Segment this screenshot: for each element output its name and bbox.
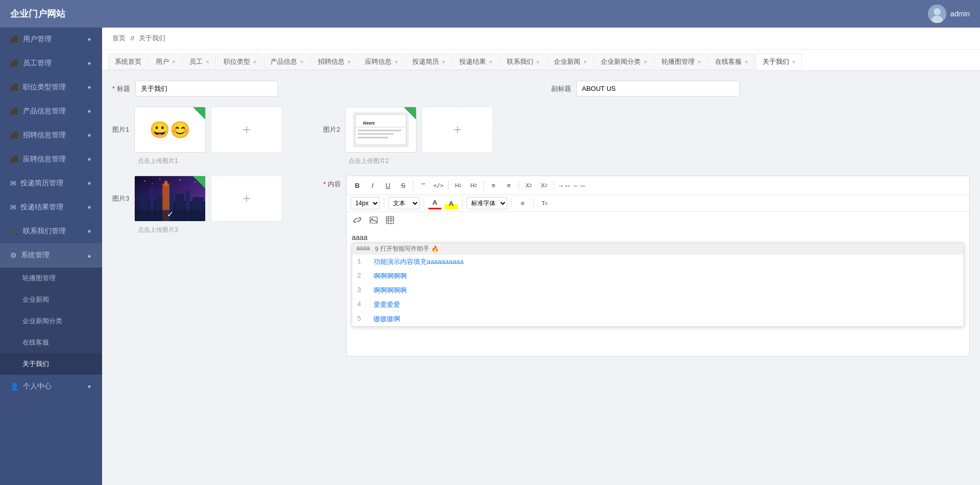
close-employee-tab[interactable]: × — [206, 59, 209, 65]
toolbar-font-family[interactable]: 标准字体 宋体 微软雅黑 — [467, 197, 507, 209]
toolbar-h1[interactable]: H1 — [452, 179, 465, 191]
toolbar-clear-format[interactable]: Tx — [538, 197, 551, 209]
submenu-carousel[interactable]: 轮播图管理 — [0, 268, 102, 289]
close-product-tab[interactable]: × — [300, 59, 303, 65]
tab-employee[interactable]: 员工 × — [183, 54, 215, 70]
autocomplete-item-1[interactable]: 1 功能演示内容填充aaaaaaaaaa — [352, 255, 964, 269]
sidebar-item-employee-management[interactable]: ⬛ 员工管理 ▼ — [0, 52, 102, 76]
tab-online-service[interactable]: 在线客服 × — [708, 54, 754, 70]
tab-position-type[interactable]: 职位类型 × — [217, 54, 263, 70]
toolbar-underline[interactable]: U — [381, 179, 395, 191]
tab-apply[interactable]: 应聘信息 × — [358, 54, 404, 70]
tab-contact[interactable]: 联系我们 × — [500, 54, 546, 70]
toolbar-align[interactable]: ≡ — [516, 197, 529, 209]
toolbar-image-insert[interactable] — [367, 214, 380, 226]
tab-carousel[interactable]: 轮播图管理 × — [655, 54, 707, 70]
toolbar-h2[interactable]: H2 — [467, 179, 480, 191]
tab-about-us[interactable]: 关于我们 × — [756, 54, 802, 70]
sidebar-label-system-mgmt: 系统管理 — [21, 251, 50, 260]
tab-user[interactable]: 用户 × — [149, 54, 182, 70]
tab-news-category[interactable]: 企业新闻分类 × — [594, 54, 653, 70]
close-about-tab[interactable]: × — [792, 59, 795, 65]
close-user-tab[interactable]: × — [172, 59, 175, 65]
toolbar-font-color[interactable]: A — [428, 197, 442, 209]
personal-icon: 👤 — [10, 382, 19, 391]
toolbar-bold[interactable]: B — [351, 179, 364, 191]
toolbar-indent[interactable]: →↔ — [557, 179, 571, 191]
sidebar-item-user-management[interactable]: ⬛ 用户管理 ▼ — [0, 28, 102, 52]
svg-point-22 — [144, 181, 145, 182]
sidebar-label-personal: 个人中心 — [23, 382, 52, 391]
image3-upload-btn[interactable]: + — [211, 176, 282, 222]
image2-preview[interactable]: News — [345, 107, 416, 153]
title-group: 标题 — [112, 81, 531, 96]
toolbar-subscript[interactable]: X2 — [522, 179, 535, 191]
submenu-company-news[interactable]: 企业新闻 — [0, 289, 102, 310]
toolbar-link[interactable] — [351, 214, 364, 226]
close-carousel-tab[interactable]: × — [698, 59, 701, 65]
toolbar-blockquote[interactable]: “” — [416, 179, 430, 191]
svg-rect-7 — [358, 130, 401, 131]
toolbar-ordered-list[interactable]: ≡ — [487, 179, 500, 191]
tab-delivery-result[interactable]: 投递结果 × — [453, 54, 499, 70]
autocomplete-item-3[interactable]: 3 啊啊啊啊啊 — [352, 283, 964, 298]
autocomplete-item-2[interactable]: 2 啊啊啊啊啊 — [352, 269, 964, 283]
form-area: 标题 副标题 图片1 😀😊 — [102, 70, 980, 377]
subtitle-input[interactable] — [576, 81, 740, 96]
image1-preview[interactable]: 😀😊 — [134, 107, 206, 153]
tab-resume[interactable]: 投递简历 × — [406, 54, 452, 70]
close-delivery-tab[interactable]: × — [489, 59, 492, 65]
toolbar-italic[interactable]: I — [366, 179, 379, 191]
autocomplete-item-4[interactable]: 4 爱爱爱爱 — [352, 298, 964, 312]
sidebar-item-personal-center[interactable]: 👤 个人中心 ▼ — [0, 375, 102, 399]
toolbar-code[interactable]: </> — [432, 179, 445, 191]
editor-content-area[interactable]: aaaa — [352, 233, 964, 241]
title-input[interactable] — [135, 81, 278, 96]
toolbar-strikethrough[interactable]: S — [397, 179, 410, 191]
submenu-news-category[interactable]: 企业新闻分类 — [0, 310, 102, 332]
sidebar-item-contact-management[interactable]: 📞 联系我们管理 ▼ — [0, 220, 102, 244]
tab-home[interactable]: 系统首页 — [108, 54, 148, 70]
toolbar-table[interactable] — [383, 214, 397, 226]
close-position-tab[interactable]: × — [253, 59, 256, 65]
user-mgmt-icon: ⬛ — [10, 35, 19, 43]
system-mgmt-icon: ⚙ — [10, 251, 17, 259]
toolbar-superscript[interactable]: X2 — [537, 179, 551, 191]
autocomplete-item-5[interactable]: 5 嗷嗷嗷啊 — [352, 312, 964, 326]
ai-number: 9 — [375, 246, 379, 253]
close-recruit-tab[interactable]: × — [348, 59, 351, 65]
close-contact-tab[interactable]: × — [536, 59, 540, 65]
product-mgmt-icon: ⬛ — [10, 107, 19, 115]
close-news-cat-tab[interactable]: × — [644, 59, 647, 65]
image2-upload-btn[interactable]: + — [422, 107, 493, 153]
image1-upload-btn[interactable]: + — [211, 107, 282, 153]
sidebar-item-recruit-management[interactable]: ⬛ 招聘信息管理 ▼ — [0, 124, 102, 148]
sidebar-label-product-mgmt: 产品信息管理 — [23, 107, 66, 116]
breadcrumb-home[interactable]: 首页 — [112, 34, 126, 42]
image3-preview[interactable]: ✓ — [134, 176, 206, 222]
autocomplete-text-2: 啊啊啊啊啊 — [374, 272, 407, 281]
close-service-tab[interactable]: × — [745, 59, 748, 65]
tab-recruit[interactable]: 招聘信息 × — [311, 54, 357, 70]
toolbar-text-type[interactable]: 文本 标题1 标题2 — [388, 197, 420, 209]
title-subtitle-row: 标题 副标题 — [112, 81, 970, 96]
ai-writing-badge[interactable]: 9 打开智能写作助手 🔥 — [375, 245, 439, 253]
close-apply-tab[interactable]: × — [395, 59, 398, 65]
toolbar-font-bgcolor[interactable]: A — [445, 197, 458, 209]
toolbar-unordered-list[interactable]: ≡ — [502, 179, 516, 191]
sidebar: ⬛ 用户管理 ▼ ⬛ 员工管理 ▼ ⬛ 职位类型管理 ▼ ⬛ 产品信息管理 — [0, 28, 102, 485]
sidebar-item-apply-management[interactable]: ⬛ 应聘信息管理 ▼ — [0, 148, 102, 172]
sidebar-item-system-management[interactable]: ⚙ 系统管理 ▲ — [0, 244, 102, 268]
close-news-tab[interactable]: × — [583, 59, 586, 65]
submenu-online-service[interactable]: 在线客服 — [0, 332, 102, 353]
sidebar-item-resume-management[interactable]: ✉ 投递简历管理 ▼ — [0, 172, 102, 196]
tab-product[interactable]: 产品信息 × — [264, 54, 310, 70]
sidebar-item-position-management[interactable]: ⬛ 职位类型管理 ▼ — [0, 76, 102, 100]
close-resume-tab[interactable]: × — [442, 59, 445, 65]
sidebar-item-delivery-result-management[interactable]: ✉ 投递结果管理 ▼ — [0, 196, 102, 220]
toolbar-font-size[interactable]: 14px 12px 16px 18px — [351, 197, 380, 209]
sidebar-item-product-management[interactable]: ⬛ 产品信息管理 ▼ — [0, 100, 102, 124]
submenu-about-us[interactable]: 关于我们 — [0, 353, 102, 375]
toolbar-outdent[interactable]: ←↔ — [573, 179, 586, 191]
tab-company-news[interactable]: 企业新闻 × — [547, 54, 593, 70]
